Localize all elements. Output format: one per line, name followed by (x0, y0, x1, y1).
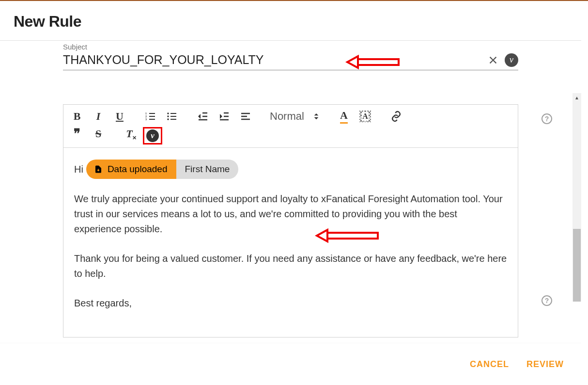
greeting-text: Hi (74, 162, 83, 177)
svg-point-4 (167, 112, 169, 114)
font-size-label: Normal (270, 110, 304, 123)
variable-chip-source[interactable]: Data uploaded (86, 160, 176, 179)
clear-format-icon: T✕ (126, 128, 132, 140)
strikethrough-button[interactable]: S (92, 127, 105, 141)
bold-icon: B (74, 110, 81, 123)
indent-button[interactable] (217, 110, 231, 123)
underline-icon: U (116, 110, 124, 123)
body-paragraph-3: Best regards, (74, 296, 507, 311)
sort-icon (313, 110, 320, 123)
subject-label: Subject (63, 43, 518, 51)
editor-content[interactable]: Hi Data uploaded First Name We truly app… (63, 148, 518, 337)
ordered-list-icon: 123 (145, 111, 156, 122)
variable-chip-source-label: Data uploaded (108, 162, 168, 176)
outdent-button[interactable] (196, 110, 210, 123)
dialog-header: New Rule (0, 1, 581, 41)
variable-icon: v (510, 55, 513, 65)
insert-variable-subject-button[interactable]: v (505, 53, 518, 67)
quote-icon: ❞ (74, 129, 80, 138)
scroll-up-button[interactable]: ▲ (573, 93, 581, 102)
cancel-button[interactable]: CANCEL (470, 359, 509, 369)
dialog-body-wrap: Subject v (0, 41, 581, 343)
dialog-title: New Rule (14, 13, 568, 31)
link-button[interactable] (389, 110, 403, 123)
text-color-button[interactable]: A (337, 110, 351, 123)
text-bg-button[interactable]: A (358, 110, 372, 123)
svg-text:3: 3 (145, 118, 147, 121)
clear-format-button[interactable]: T✕ (123, 127, 136, 141)
subject-input[interactable] (63, 52, 482, 70)
insert-variable-body-button[interactable]: v (146, 129, 159, 142)
svg-point-6 (167, 118, 169, 120)
ordered-list-button[interactable]: 123 (144, 110, 157, 123)
outdent-icon (197, 111, 209, 122)
file-upload-icon (94, 165, 103, 174)
italic-button[interactable]: I (92, 110, 105, 123)
close-icon (488, 55, 498, 65)
scroll-thumb[interactable] (573, 229, 581, 302)
new-rule-dialog: New Rule Subject v (0, 1, 581, 385)
clear-subject-button[interactable] (486, 53, 500, 67)
variable-icon: v (146, 129, 159, 142)
blockquote-button[interactable]: ❞ (70, 127, 84, 141)
align-icon (240, 111, 251, 122)
text-bg-icon: A (359, 111, 371, 122)
rich-text-editor: B I U 123 (63, 104, 518, 337)
annotation-highlight-variable: v (143, 127, 162, 144)
indent-icon (218, 111, 230, 122)
dialog-footer: CANCEL REVIEW (0, 343, 581, 385)
unordered-list-icon (166, 111, 178, 122)
text-color-icon: A (340, 109, 348, 124)
help-icon[interactable]: ? (542, 113, 552, 124)
review-button[interactable]: REVIEW (526, 359, 564, 369)
italic-icon: I (96, 110, 101, 123)
greeting-line: Hi Data uploaded First Name (74, 160, 507, 179)
bold-button[interactable]: B (70, 110, 84, 123)
variable-chip-field[interactable]: First Name (176, 160, 239, 179)
dialog-body: Subject v (0, 41, 581, 343)
vertical-scrollbar[interactable]: ▲ ▼ (573, 93, 581, 302)
variable-chip-field-label: First Name (185, 162, 230, 176)
body-paragraph-1: We truly appreciate your continued suppo… (74, 192, 507, 237)
unordered-list-button[interactable] (165, 110, 179, 123)
subject-field: Subject v (63, 43, 518, 70)
body-paragraph-2: Thank you for being a valued customer. I… (74, 251, 507, 281)
editor-toolbar: B I U 123 (63, 105, 518, 148)
help-icon[interactable]: ? (542, 295, 552, 306)
font-size-select[interactable]: Normal (270, 110, 320, 123)
strikethrough-icon: S (95, 128, 101, 140)
link-icon (390, 111, 402, 122)
underline-button[interactable]: U (113, 110, 126, 123)
align-button[interactable] (239, 110, 252, 123)
svg-point-5 (167, 115, 169, 117)
